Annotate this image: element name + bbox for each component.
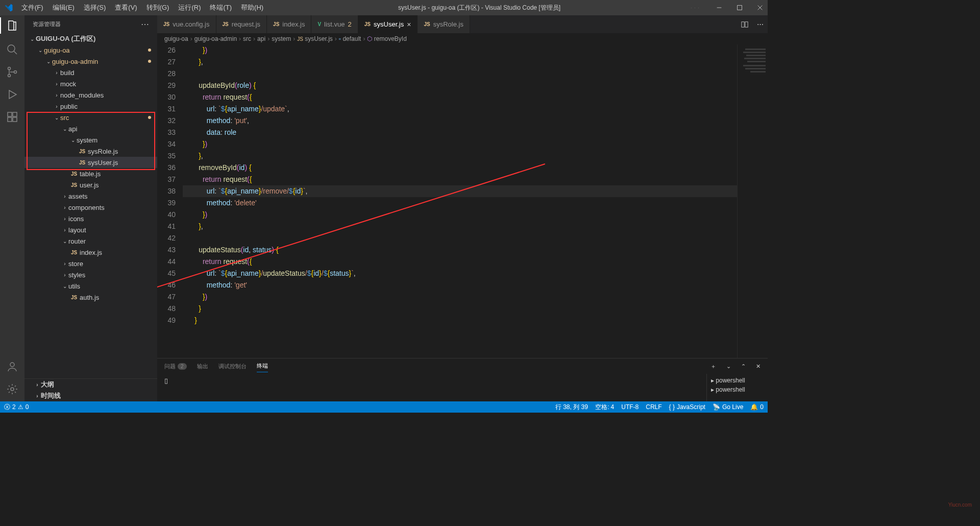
editor-tab[interactable]: JSsysRole.js — [418, 15, 470, 33]
panel-tab-terminal[interactable]: 终端 — [257, 360, 268, 372]
svg-rect-17 — [8, 112, 12, 116]
tree-item[interactable]: ›styles — [24, 269, 157, 280]
tree-root[interactable]: ⌄GUIGU-OA (工作区) — [24, 33, 157, 44]
timeline-section[interactable]: ›时间线 — [24, 390, 157, 401]
tree-item[interactable]: ⌄router — [24, 235, 157, 247]
panel-right-icon[interactable] — [698, 8, 699, 8]
status-eol[interactable]: CRLF — [646, 403, 662, 412]
sidebar: 资源管理器 ⋯ ⌄GUIGU-OA (工作区) ⌄guigu-oa⌄guigu-… — [24, 15, 157, 401]
tree-item[interactable]: ⌄utils — [24, 280, 157, 292]
tree-item[interactable]: ›mock — [24, 78, 157, 89]
editor-tab[interactable]: JSindex.js — [267, 15, 311, 33]
maximize-icon[interactable] — [736, 4, 743, 11]
close-icon[interactable]: × — [407, 20, 411, 29]
minimap[interactable] — [737, 44, 768, 358]
tree-item[interactable]: ⌄system — [24, 134, 157, 146]
extensions-icon[interactable] — [6, 111, 18, 123]
menu-item[interactable]: 文件(F) — [17, 1, 47, 14]
editor-tab[interactable]: Vlist.vue2 — [311, 15, 358, 33]
new-terminal-icon[interactable]: ＋ — [710, 363, 716, 370]
sidebar-more-icon[interactable]: ⋯ — [141, 19, 149, 29]
tree-item[interactable]: ⌄src — [24, 112, 157, 123]
status-language[interactable]: { } JavaScript — [669, 403, 705, 412]
tree-item[interactable]: ›public — [24, 101, 157, 112]
tree-item[interactable]: ⌄api — [24, 123, 157, 134]
menu-item[interactable]: 转到(G) — [142, 1, 174, 14]
menu-item[interactable]: 编辑(E) — [48, 1, 79, 14]
line-gutter: 2627282930313233343536373839404142434445… — [157, 44, 183, 358]
tree-item[interactable]: JSsysUser.js — [24, 157, 157, 168]
terminal-entry[interactable]: ▸ powershell — [711, 385, 764, 394]
breadcrumb-item[interactable]: src — [243, 35, 251, 42]
menu-item[interactable]: 选择(S) — [80, 1, 110, 14]
svg-rect-20 — [13, 112, 17, 116]
account-icon[interactable] — [6, 361, 18, 373]
tree-item[interactable]: JSindex.js — [24, 247, 157, 258]
gear-icon[interactable] — [6, 383, 18, 395]
menu-item[interactable]: 运行(R) — [174, 1, 205, 14]
breadcrumb-item[interactable]: guigu-oa-admin — [194, 35, 237, 42]
svg-rect-23 — [742, 21, 744, 27]
code-content[interactable]: }) }, updateById(role) { return request(… — [183, 44, 737, 358]
tree-item[interactable]: ›store — [24, 258, 157, 269]
breadcrumb-item[interactable]: guigu-oa — [164, 35, 188, 42]
panel-left-icon[interactable] — [691, 8, 692, 8]
status-spaces[interactable]: 空格: 4 — [595, 403, 614, 412]
svg-rect-24 — [745, 21, 748, 27]
title-bar: 文件(F)编辑(E)选择(S)查看(V)转到(G)运行(R)终端(T)帮助(H)… — [0, 0, 768, 15]
maximize-panel-icon[interactable]: ⌃ — [741, 363, 746, 370]
close-panel-icon[interactable]: ✕ — [756, 363, 761, 370]
tree-item[interactable]: JSuser.js — [24, 179, 157, 190]
code-editor[interactable]: 2627282930313233343536373839404142434445… — [157, 44, 768, 358]
breadcrumb-item[interactable]: system — [272, 35, 291, 42]
tree-item[interactable]: ›node_modules — [24, 89, 157, 101]
status-cursor[interactable]: 行 38, 列 39 — [555, 403, 588, 412]
menu-item[interactable]: 查看(V) — [111, 1, 141, 14]
breadcrumb[interactable]: guigu-oa›guigu-oa-admin›src›api›system›J… — [157, 33, 768, 44]
layout-icon[interactable] — [705, 8, 705, 8]
tree-item[interactable]: ⌄guigu-oa-admin — [24, 56, 157, 67]
tab-more-icon[interactable]: ⋯ — [752, 15, 768, 33]
terminal-entry[interactable]: ▸ powershell — [711, 376, 764, 385]
terminal-dropdown-icon[interactable]: ⌄ — [726, 363, 731, 370]
status-golive[interactable]: 📡 Go Live — [713, 403, 743, 412]
status-encoding[interactable]: UTF-8 — [621, 403, 639, 412]
editor-tab[interactable]: JSsysUser.js× — [358, 15, 418, 33]
breadcrumb-item[interactable]: ▫ default — [339, 35, 361, 42]
tree-item[interactable]: ›icons — [24, 213, 157, 224]
tree-item[interactable]: ›build — [24, 67, 157, 78]
tree-item[interactable]: ›layout — [24, 224, 157, 235]
breadcrumb-item[interactable]: api — [257, 35, 265, 42]
panel-bottom-icon[interactable] — [695, 8, 695, 8]
outline-section[interactable]: ›大纲 — [24, 379, 157, 390]
panel-tab-output[interactable]: 输出 — [197, 361, 208, 372]
tree-item[interactable]: ›assets — [24, 190, 157, 202]
menu-item[interactable]: 终端(T) — [206, 1, 236, 14]
debug-icon[interactable] — [6, 88, 18, 101]
status-notifications[interactable]: 🔔 0 — [750, 403, 764, 412]
panel-tab-problems[interactable]: 问题2 — [164, 361, 187, 372]
tree-item[interactable]: ›components — [24, 202, 157, 213]
tree-item[interactable]: JSsysRole.js — [24, 146, 157, 157]
breadcrumb-item[interactable]: JS sysUser.js — [297, 35, 333, 42]
close-icon[interactable] — [756, 4, 764, 11]
tree-item[interactable]: JStable.js — [24, 168, 157, 179]
split-editor-icon[interactable] — [737, 15, 752, 33]
breadcrumb-item[interactable]: ⬡ removeById — [367, 35, 406, 42]
explorer-icon[interactable] — [6, 19, 18, 32]
source-control-icon[interactable] — [6, 66, 18, 78]
svg-rect-9 — [738, 6, 742, 10]
status-errors[interactable]: ⓧ 2 ⚠ 0 — [4, 403, 29, 412]
editor-tab[interactable]: JSrequest.js — [216, 15, 267, 33]
tree-item[interactable]: JSauth.js — [24, 292, 157, 303]
editor: JSvue.config.jsJSrequest.jsJSindex.jsVli… — [157, 15, 768, 401]
tree-item[interactable]: ⌄guigu-oa — [24, 44, 157, 56]
minimize-icon[interactable] — [716, 4, 723, 11]
sidebar-title: 资源管理器 — [33, 20, 61, 28]
editor-tab[interactable]: JSvue.config.js — [157, 15, 216, 33]
panel-tab-debug[interactable]: 调试控制台 — [218, 361, 247, 372]
terminal[interactable]: ▯ — [157, 374, 706, 401]
search-icon[interactable] — [6, 43, 18, 56]
menu-item[interactable]: 帮助(H) — [237, 1, 267, 14]
svg-point-16 — [14, 71, 17, 74]
